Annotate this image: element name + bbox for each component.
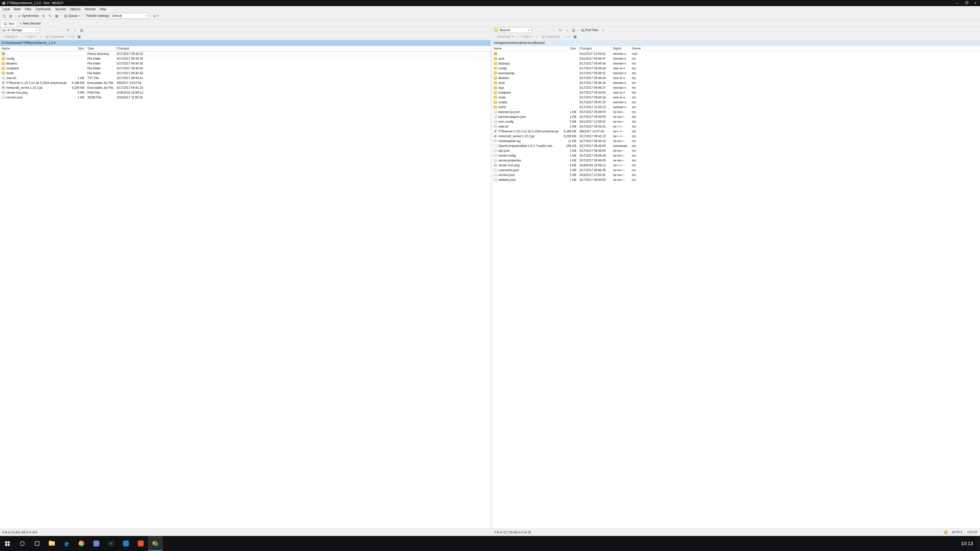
back-icon[interactable]: ← [535, 27, 541, 33]
transfer-options-icon[interactable]: ⇄▼ [152, 13, 160, 19]
menu-item[interactable]: Local [0, 6, 12, 12]
session-manager-icon[interactable]: ◫ [1, 13, 7, 19]
file-row[interactable]: scripts 3/17/2017 09:47:20 rwxrwxr-x mc [492, 100, 980, 105]
synchronize-browsing-icon[interactable]: ⇅ [40, 13, 46, 19]
file-row[interactable]: version.json 1 KB JSON File 3/16/2017 11… [0, 95, 490, 100]
menu-item[interactable]: Mark [12, 6, 23, 12]
queue-button[interactable]: ▤ Queue ▼ [63, 13, 81, 19]
file-row[interactable]: banned-ips.json 1 KB 3/17/2017 09:49:00 … [492, 110, 980, 114]
drive-combo[interactable]: D: Storage ▼ [1, 27, 39, 33]
forward-icon[interactable]: → [541, 27, 547, 33]
column-header-rights[interactable]: Rights [611, 46, 630, 51]
file-row[interactable]: minecraft_server.1.10.2.jar 9,239 KB Exe… [0, 85, 490, 90]
restore-button[interactable] [962, 0, 971, 6]
close-button[interactable]: × [971, 0, 980, 6]
properties-button[interactable]: ▤ Properties [541, 34, 561, 40]
file-row[interactable]: config 3/17/2017 09:48:29 rwxr-xr-x mc [492, 66, 980, 71]
new-icon[interactable]: +▼ [565, 34, 572, 40]
edit-button[interactable]: Edit ▼ [23, 34, 38, 40]
back-icon[interactable]: ← [43, 27, 49, 33]
file-row[interactable]: modpack File folder 3/17/2017 09:40:30 [0, 66, 490, 71]
file-explorer-button[interactable] [45, 536, 59, 551]
pinned-app-purple-button[interactable] [89, 536, 103, 551]
synchronize-button[interactable]: ⇄ Synchronize [17, 13, 40, 19]
file-row[interactable]: backups 3/17/2017 09:49:34 rwxrwxr-x mc [492, 61, 980, 66]
file-row[interactable]: .. 3/11/2017 12:09:32 rwxrwxr-x root [492, 51, 980, 56]
encryption-indicator[interactable] [942, 529, 950, 536]
edge-button[interactable]: e [59, 536, 74, 551]
file-row[interactable]: cron.config 0 KB 3/11/2017 12:09:32 rw-r… [492, 119, 980, 124]
file-row[interactable]: local 3/17/2017 09:48:16 rwxrwxr-x mc [492, 80, 980, 85]
properties-button[interactable]: ▤ Properties [45, 34, 65, 40]
select-icon[interactable]: ▦ [572, 34, 578, 40]
pinned-app-orange-button[interactable] [133, 536, 148, 551]
file-row[interactable]: FTBserver-1.10.2-12.18.3.2254-universal.… [0, 80, 490, 85]
file-row[interactable]: server.properties 1 KB 3/17/2017 09:49:0… [492, 158, 980, 163]
file-row[interactable]: libraries 3/17/2017 09:44:04 rwxr-xr-x m… [492, 76, 980, 80]
file-row[interactable]: server.config 1 KB 3/17/2017 09:46:29 rw… [492, 153, 980, 158]
compare-icon[interactable]: ▦ [54, 13, 60, 19]
chrome-button[interactable] [74, 536, 89, 551]
file-row[interactable]: server-icon.png 5 KB PNG File 3/16/2016 … [0, 90, 490, 95]
refresh-icon[interactable]: ↻ [557, 27, 563, 33]
file-row[interactable]: usercache.json 1 KB 3/17/2017 09:49:35 r… [492, 168, 980, 172]
parent-directory-icon[interactable]: ↑ [551, 27, 557, 33]
minimize-button[interactable] [953, 0, 962, 6]
file-row[interactable]: world 3/17/2017 10:05:23 rwxrwxr-x mc [492, 105, 980, 110]
column-header-type[interactable]: Type [86, 46, 115, 51]
column-header-size[interactable]: Size [563, 46, 578, 51]
new-session-button[interactable]: + New Session [18, 21, 43, 27]
file-row[interactable]: whitelist.json 1 KB 3/17/2017 09:49:00 r… [492, 177, 980, 182]
pinned-app-blue-button[interactable] [118, 536, 133, 551]
taskbar-clock[interactable]: 10:13 [956, 541, 978, 546]
file-row[interactable]: asm 3/11/2017 09:46:47 rwxrwxr-x mc [492, 56, 980, 61]
upload-button[interactable]: ↑ Upload ▼ [1, 34, 19, 40]
start-button[interactable] [0, 536, 15, 551]
file-row[interactable]: .. Parent directory 3/17/2017 09:43:23 [0, 51, 490, 56]
session-tab-test[interactable]: Test [1, 21, 17, 27]
forward-icon[interactable]: → [49, 27, 56, 33]
file-row[interactable]: minetweaker.log 11 KB 3/17/2017 09:49:33… [492, 138, 980, 143]
directory-tree-icon[interactable]: ▥ [571, 27, 577, 33]
file-row[interactable]: FTBserver-1.10.2-12.18.3.2254-universal.… [492, 129, 980, 134]
new-icon[interactable]: +▼ [68, 34, 76, 40]
local-path-bar[interactable]: D:\Downloads\FTBBeyondServer_1.2.0 [0, 40, 490, 46]
transfer-settings-combo[interactable]: Default ▼ [110, 13, 149, 19]
remote-path-bar[interactable]: /var/games/minecraft/servers/Beyond [492, 40, 980, 46]
select-icon[interactable]: ▦ [76, 34, 82, 40]
file-row[interactable]: banned-players.json 1 KB 3/17/2017 09:49… [492, 114, 980, 119]
file-row[interactable]: eula.txt 1 KB TXT File 3/17/2017 09:43:4… [0, 76, 490, 80]
file-row[interactable]: journeymap 3/17/2017 09:49:31 rwxrwxr-x … [492, 71, 980, 76]
download-button[interactable]: ↓ Download ▼ [493, 34, 515, 40]
menu-item[interactable]: Files [23, 6, 33, 12]
show-desktop-button[interactable] [978, 536, 980, 551]
protocol-indicator[interactable]: SFTP-3 [950, 529, 965, 536]
refresh-icon[interactable]: ↻ [65, 27, 72, 33]
remote-directory-combo[interactable]: Beyond ▼ [493, 27, 531, 33]
file-row[interactable]: config File folder 3/17/2017 09:40:29 [0, 56, 490, 61]
file-row[interactable]: mods File folder 3/17/2017 09:40:33 [0, 71, 490, 76]
file-row[interactable]: libraries File folder 3/17/2017 09:40:30 [0, 61, 490, 66]
delete-icon[interactable]: × [534, 34, 540, 40]
column-header-name[interactable]: Name [0, 46, 72, 51]
file-row[interactable]: OpenComputersMod-1.6.2.7-lua53-nati... 2… [492, 143, 980, 148]
menu-item[interactable]: Options [68, 6, 83, 12]
menu-item[interactable]: Remote [83, 6, 97, 12]
home-icon[interactable]: ⌂ [564, 27, 570, 33]
file-row[interactable]: eula.txt 1 KB 3/17/2017 09:43:41 rw-r--r… [492, 124, 980, 129]
column-header-owner[interactable]: Owner [630, 46, 645, 51]
task-view-button[interactable] [30, 536, 45, 551]
column-header-name[interactable]: Name [492, 46, 563, 51]
refresh-icon[interactable]: ↻ [47, 13, 53, 19]
parent-directory-icon[interactable]: ↑ [59, 27, 65, 33]
file-row[interactable]: logs 3/17/2017 09:46:37 rwxrwxr-x mc [492, 85, 980, 90]
delete-icon[interactable]: × [38, 34, 44, 40]
menu-item[interactable]: Session [53, 6, 68, 12]
menu-item[interactable]: Help [97, 6, 108, 12]
more-options-icon[interactable]: ▼ [600, 27, 606, 33]
menu-item[interactable]: Commands [33, 6, 53, 12]
edit-button[interactable]: Edit ▼ [519, 34, 533, 40]
find-files-button[interactable]: Find Files [580, 27, 600, 33]
file-row[interactable]: ops.json 1 KB 3/17/2017 09:49:00 rw-rw-r… [492, 148, 980, 153]
file-row[interactable]: minecraft_server.1.10.2.jar 9,239 KB 3/1… [492, 134, 980, 138]
